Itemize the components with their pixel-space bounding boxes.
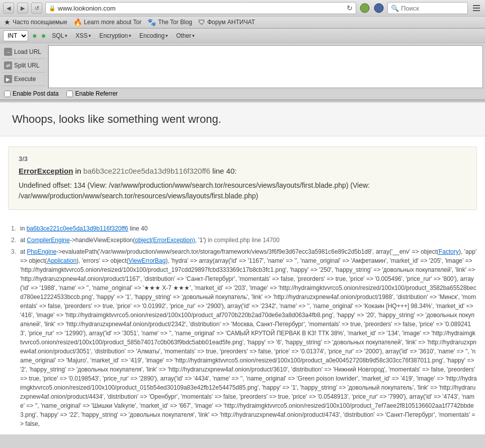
- reload-icon[interactable]: ↻: [347, 4, 353, 12]
- exception-name: ErrorException: [19, 167, 73, 175]
- int-dropdown[interactable]: INT: [3, 30, 28, 41]
- stack-php-engine: PhpEngine: [27, 248, 56, 255]
- execute-icon: ▶: [4, 75, 12, 83]
- browser-menu-icon[interactable]: [471, 3, 482, 14]
- fire-icon: 🔥: [73, 18, 82, 26]
- back-button[interactable]: ◀: [3, 3, 14, 14]
- stack-item-3: 3. at PhpEngine->evaluatePath('/var/www/…: [8, 247, 477, 428]
- search-icon: 🔍: [391, 5, 399, 12]
- forward-button[interactable]: ▶: [17, 3, 28, 14]
- sql-button[interactable]: SQL▾: [50, 32, 69, 40]
- bookmarks-bar: ★ Часто посещаемые 🔥 Learn more about To…: [0, 17, 485, 28]
- svg-point-1: [374, 4, 383, 13]
- sql-arrow: ▾: [65, 33, 67, 38]
- encoding-arrow: ▾: [166, 33, 168, 38]
- address-bar: 🔒 ↻: [45, 2, 356, 14]
- stack-compiler-engine: CompilerEngine: [27, 237, 69, 244]
- load-url-icon: →: [4, 48, 12, 56]
- stack-application: Application: [47, 257, 76, 264]
- error-counter: 3/3: [19, 155, 466, 163]
- encoding-button[interactable]: Encoding▾: [137, 32, 170, 40]
- xss-button[interactable]: XSS▾: [73, 32, 93, 40]
- url-input[interactable]: [58, 5, 345, 12]
- bookmark-learn-tor[interactable]: 🔥 Learn more about Tor: [73, 18, 142, 26]
- stack-num-3: 3.: [8, 247, 16, 428]
- url-textarea-wrapper: [48, 43, 485, 88]
- star-icon: ★: [4, 18, 11, 26]
- paw-icon: 🐾: [147, 18, 156, 26]
- error-message: Undefined offset: 134 (View: /var/www/pr…: [19, 180, 466, 201]
- error-title: ErrorException in ba6b3ce221c0ee5da13d9b…: [19, 167, 466, 175]
- svg-point-0: [360, 4, 369, 13]
- lock-icon: 🔒: [49, 5, 56, 12]
- search-bar: 🔍: [387, 2, 468, 14]
- other-button[interactable]: Other▾: [174, 32, 197, 40]
- svg-rect-3: [473, 8, 480, 9]
- enable-referrer-checkbox[interactable]: [66, 91, 73, 97]
- stack-compiled: in compiled.php line 14700: [208, 237, 280, 244]
- stack-item-2: 2. at CompilerEngine->handleViewExceptio…: [8, 236, 477, 245]
- tor-icon: [359, 3, 370, 14]
- stack-item-1: 1. in ba6b3ce221c0ee5da13d9b116f320ff6 l…: [8, 224, 477, 234]
- bookmark-tor-blog[interactable]: 🐾 The Tor Blog: [147, 18, 192, 26]
- svg-rect-2: [473, 5, 480, 6]
- other-arrow: ▾: [192, 33, 195, 38]
- stack-text-1: in ba6b3ce221c0ee5da13d9b116f320ff6 line…: [20, 224, 477, 234]
- load-url-button[interactable]: → Load URL: [2, 45, 46, 59]
- error-page: Whoops, looks like something went wrong.…: [0, 103, 485, 434]
- stack-factory: Factory: [439, 248, 459, 255]
- shield-icon: 🛡: [198, 18, 205, 26]
- whoops-banner: Whoops, looks like something went wrong.: [0, 103, 485, 136]
- whoops-text: Whoops, looks like something went wrong.: [12, 113, 221, 125]
- url-input-area: → Load URL ⇌ Split URL ▶ Execute: [0, 43, 485, 88]
- security-toolbar: INT ● ● SQL▾ XSS▾ Encryption▾ Encoding▾ …: [0, 29, 485, 43]
- stack-viewerrorbag: ViewErrorBag: [128, 257, 166, 264]
- in-text: in: [75, 167, 84, 175]
- encryption-button[interactable]: Encryption▾: [97, 32, 133, 40]
- tor-logo: [373, 3, 384, 14]
- checkbox-row: Enable Post data Enable Referrer: [0, 88, 485, 100]
- svg-rect-4: [473, 10, 480, 11]
- stack-error-exception: object(ErrorException): [135, 237, 195, 244]
- file-hash: ba6b3ce221c0ee5da13d9b116f320ff6: [83, 167, 210, 175]
- stack-text-3: at PhpEngine->evaluatePath('/var/www/pro…: [20, 247, 477, 428]
- enc-arrow: ▾: [129, 33, 131, 38]
- split-url-button[interactable]: ⇌ Split URL: [2, 59, 46, 72]
- status-dot-2: ●: [41, 31, 46, 40]
- enable-post-checkbox[interactable]: [4, 91, 11, 97]
- status-dot-1: ●: [32, 31, 37, 40]
- bookmark-frequently-visited[interactable]: ★ Часто посещаемые: [4, 18, 67, 26]
- stack-trace: 1. in ba6b3ce221c0ee5da13d9b116f320ff6 l…: [0, 220, 485, 434]
- bookmark-antichat[interactable]: 🛡 Форум АНТИЧАТ: [198, 18, 255, 26]
- stack-text-2: at CompilerEngine->handleViewException(o…: [20, 236, 477, 245]
- url-textarea-container: [48, 45, 483, 88]
- execute-button[interactable]: ▶ Execute: [2, 72, 46, 86]
- xss-arrow: ▾: [89, 33, 91, 38]
- error-card: 3/3 ErrorException in ba6b3ce221c0ee5da1…: [8, 146, 477, 210]
- enable-post-label[interactable]: Enable Post data: [4, 90, 58, 97]
- refresh-button[interactable]: ↺: [31, 3, 42, 14]
- split-url-icon: ⇌: [4, 61, 12, 69]
- page-content: Whoops, looks like something went wrong.…: [0, 103, 485, 434]
- url-textarea[interactable]: [49, 46, 482, 73]
- stack-num-2: 2.: [8, 236, 16, 245]
- enable-referrer-label[interactable]: Enable Referrer: [66, 90, 118, 97]
- stack-num-1: 1.: [8, 224, 16, 234]
- stack-file-1: ba6b3ce221c0ee5da13d9b116f320ff6: [27, 225, 128, 232]
- line-info: line 40:: [212, 167, 236, 175]
- left-sidebar: → Load URL ⇌ Split URL ▶ Execute: [0, 43, 48, 88]
